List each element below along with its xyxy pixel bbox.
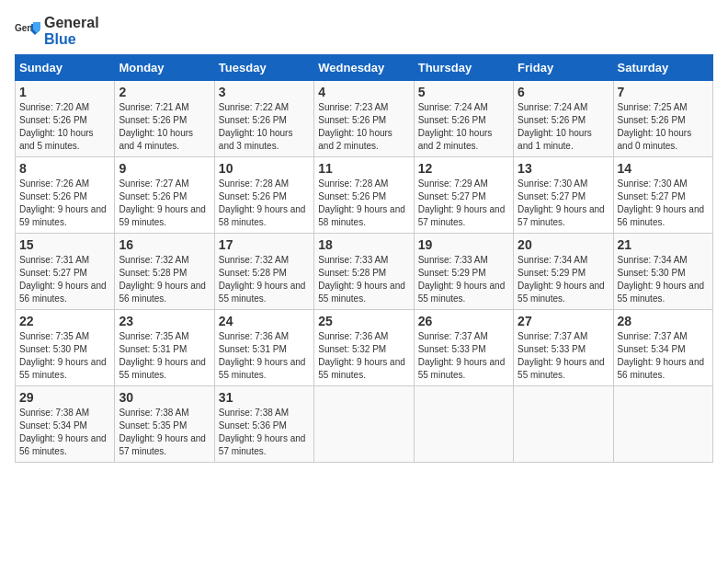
weekday-header-wednesday: Wednesday — [314, 55, 414, 81]
day-number: 9 — [119, 161, 210, 176]
day-info: Sunrise: 7:28 AM Sunset: 5:26 PM Dayligh… — [219, 178, 310, 229]
day-info: Sunrise: 7:34 AM Sunset: 5:29 PM Dayligh… — [518, 254, 609, 305]
day-number: 28 — [618, 314, 709, 328]
calendar-week-4: 22 Sunrise: 7:35 AM Sunset: 5:30 PM Dayl… — [16, 310, 713, 386]
day-info: Sunrise: 7:34 AM Sunset: 5:30 PM Dayligh… — [618, 254, 709, 305]
day-info: Sunrise: 7:37 AM Sunset: 5:34 PM Dayligh… — [618, 330, 709, 382]
calendar-cell — [613, 386, 712, 463]
day-number: 21 — [618, 237, 709, 252]
day-info: Sunrise: 7:29 AM Sunset: 5:27 PM Dayligh… — [418, 178, 509, 229]
calendar-week-3: 15 Sunrise: 7:31 AM Sunset: 5:27 PM Dayl… — [16, 234, 713, 310]
day-info: Sunrise: 7:32 AM Sunset: 5:28 PM Dayligh… — [219, 254, 310, 305]
day-info: Sunrise: 7:21 AM Sunset: 5:26 PM Dayligh… — [119, 101, 210, 153]
calendar-cell: 12 Sunrise: 7:29 AM Sunset: 5:27 PM Dayl… — [414, 157, 513, 234]
calendar-cell: 23 Sunrise: 7:35 AM Sunset: 5:31 PM Dayl… — [115, 310, 214, 386]
calendar-cell: 29 Sunrise: 7:38 AM Sunset: 5:34 PM Dayl… — [16, 386, 115, 463]
day-info: Sunrise: 7:38 AM Sunset: 5:34 PM Dayligh… — [19, 407, 110, 458]
calendar-cell: 6 Sunrise: 7:24 AM Sunset: 5:26 PM Dayli… — [514, 81, 613, 157]
day-number: 6 — [518, 85, 609, 99]
calendar-cell — [514, 386, 613, 463]
day-number: 25 — [318, 314, 409, 328]
calendar-cell: 18 Sunrise: 7:33 AM Sunset: 5:28 PM Dayl… — [314, 234, 414, 310]
day-info: Sunrise: 7:28 AM Sunset: 5:26 PM Dayligh… — [318, 178, 409, 229]
calendar-cell: 16 Sunrise: 7:32 AM Sunset: 5:28 PM Dayl… — [115, 234, 214, 310]
calendar-cell: 21 Sunrise: 7:34 AM Sunset: 5:30 PM Dayl… — [613, 234, 712, 310]
day-number: 1 — [19, 85, 110, 99]
logo-text: General Blue — [44, 15, 99, 47]
day-info: Sunrise: 7:36 AM Sunset: 5:31 PM Dayligh… — [219, 330, 310, 382]
day-info: Sunrise: 7:35 AM Sunset: 5:30 PM Dayligh… — [19, 330, 110, 382]
calendar-cell: 30 Sunrise: 7:38 AM Sunset: 5:35 PM Dayl… — [115, 386, 214, 463]
calendar-cell: 9 Sunrise: 7:27 AM Sunset: 5:26 PM Dayli… — [115, 157, 214, 234]
day-number: 29 — [19, 390, 110, 405]
day-number: 26 — [418, 314, 509, 328]
day-number: 18 — [318, 237, 409, 252]
day-number: 3 — [219, 85, 310, 99]
day-info: Sunrise: 7:33 AM Sunset: 5:28 PM Dayligh… — [318, 254, 409, 305]
calendar-cell — [414, 386, 513, 463]
day-info: Sunrise: 7:20 AM Sunset: 5:26 PM Dayligh… — [19, 101, 110, 153]
day-number: 22 — [19, 314, 110, 328]
weekday-header-thursday: Thursday — [414, 55, 513, 81]
day-number: 19 — [418, 237, 509, 252]
day-info: Sunrise: 7:36 AM Sunset: 5:32 PM Dayligh… — [318, 330, 409, 382]
day-number: 27 — [518, 314, 609, 328]
day-number: 13 — [518, 161, 609, 176]
day-number: 23 — [119, 314, 210, 328]
day-info: Sunrise: 7:38 AM Sunset: 5:36 PM Dayligh… — [219, 407, 310, 458]
calendar-cell: 10 Sunrise: 7:28 AM Sunset: 5:26 PM Dayl… — [214, 157, 313, 234]
weekday-header-monday: Monday — [115, 55, 214, 81]
day-number: 14 — [618, 161, 709, 176]
logo-icon: General — [15, 18, 40, 44]
day-number: 11 — [318, 161, 409, 176]
calendar-cell: 8 Sunrise: 7:26 AM Sunset: 5:26 PM Dayli… — [16, 157, 115, 234]
calendar-cell: 1 Sunrise: 7:20 AM Sunset: 5:26 PM Dayli… — [16, 81, 115, 157]
day-number: 15 — [19, 237, 110, 252]
day-info: Sunrise: 7:30 AM Sunset: 5:27 PM Dayligh… — [618, 178, 709, 229]
weekday-header-saturday: Saturday — [613, 55, 712, 81]
calendar-week-2: 8 Sunrise: 7:26 AM Sunset: 5:26 PM Dayli… — [16, 157, 713, 234]
calendar-cell: 7 Sunrise: 7:25 AM Sunset: 5:26 PM Dayli… — [613, 81, 712, 157]
day-number: 17 — [219, 237, 310, 252]
calendar-cell: 31 Sunrise: 7:38 AM Sunset: 5:36 PM Dayl… — [214, 386, 313, 463]
calendar-cell: 13 Sunrise: 7:30 AM Sunset: 5:27 PM Dayl… — [514, 157, 613, 234]
day-info: Sunrise: 7:30 AM Sunset: 5:27 PM Dayligh… — [518, 178, 609, 229]
day-number: 10 — [219, 161, 310, 176]
calendar-table: SundayMondayTuesdayWednesdayThursdayFrid… — [15, 54, 713, 463]
calendar-body: 1 Sunrise: 7:20 AM Sunset: 5:26 PM Dayli… — [16, 81, 713, 463]
day-number: 2 — [119, 85, 210, 99]
weekday-header-tuesday: Tuesday — [214, 55, 313, 81]
calendar-cell: 4 Sunrise: 7:23 AM Sunset: 5:26 PM Dayli… — [314, 81, 414, 157]
day-number: 4 — [318, 85, 409, 99]
day-number: 31 — [219, 390, 310, 405]
day-info: Sunrise: 7:31 AM Sunset: 5:27 PM Dayligh… — [19, 254, 110, 305]
day-info: Sunrise: 7:33 AM Sunset: 5:29 PM Dayligh… — [418, 254, 509, 305]
logo: General General Blue — [15, 15, 99, 47]
calendar-cell: 19 Sunrise: 7:33 AM Sunset: 5:29 PM Dayl… — [414, 234, 513, 310]
day-number: 30 — [119, 390, 210, 405]
calendar-week-1: 1 Sunrise: 7:20 AM Sunset: 5:26 PM Dayli… — [16, 81, 713, 157]
header: General General Blue — [15, 15, 713, 47]
calendar-cell: 20 Sunrise: 7:34 AM Sunset: 5:29 PM Dayl… — [514, 234, 613, 310]
calendar-cell: 27 Sunrise: 7:37 AM Sunset: 5:33 PM Dayl… — [514, 310, 613, 386]
calendar-cell: 26 Sunrise: 7:37 AM Sunset: 5:33 PM Dayl… — [414, 310, 513, 386]
day-info: Sunrise: 7:27 AM Sunset: 5:26 PM Dayligh… — [119, 178, 210, 229]
day-info: Sunrise: 7:32 AM Sunset: 5:28 PM Dayligh… — [119, 254, 210, 305]
weekday-header-sunday: Sunday — [16, 55, 115, 81]
calendar-cell: 14 Sunrise: 7:30 AM Sunset: 5:27 PM Dayl… — [613, 157, 712, 234]
calendar-week-5: 29 Sunrise: 7:38 AM Sunset: 5:34 PM Dayl… — [16, 386, 713, 463]
day-info: Sunrise: 7:24 AM Sunset: 5:26 PM Dayligh… — [418, 101, 509, 153]
calendar-cell: 5 Sunrise: 7:24 AM Sunset: 5:26 PM Dayli… — [414, 81, 513, 157]
day-number: 5 — [418, 85, 509, 99]
calendar-cell: 24 Sunrise: 7:36 AM Sunset: 5:31 PM Dayl… — [214, 310, 313, 386]
day-number: 16 — [119, 237, 210, 252]
day-info: Sunrise: 7:25 AM Sunset: 5:26 PM Dayligh… — [618, 101, 709, 153]
day-info: Sunrise: 7:23 AM Sunset: 5:26 PM Dayligh… — [318, 101, 409, 153]
calendar-cell: 22 Sunrise: 7:35 AM Sunset: 5:30 PM Dayl… — [16, 310, 115, 386]
calendar-header: SundayMondayTuesdayWednesdayThursdayFrid… — [16, 55, 713, 81]
day-info: Sunrise: 7:22 AM Sunset: 5:26 PM Dayligh… — [219, 101, 310, 153]
day-info: Sunrise: 7:24 AM Sunset: 5:26 PM Dayligh… — [518, 101, 609, 153]
calendar-cell: 15 Sunrise: 7:31 AM Sunset: 5:27 PM Dayl… — [16, 234, 115, 310]
calendar-cell — [314, 386, 414, 463]
day-number: 24 — [219, 314, 310, 328]
